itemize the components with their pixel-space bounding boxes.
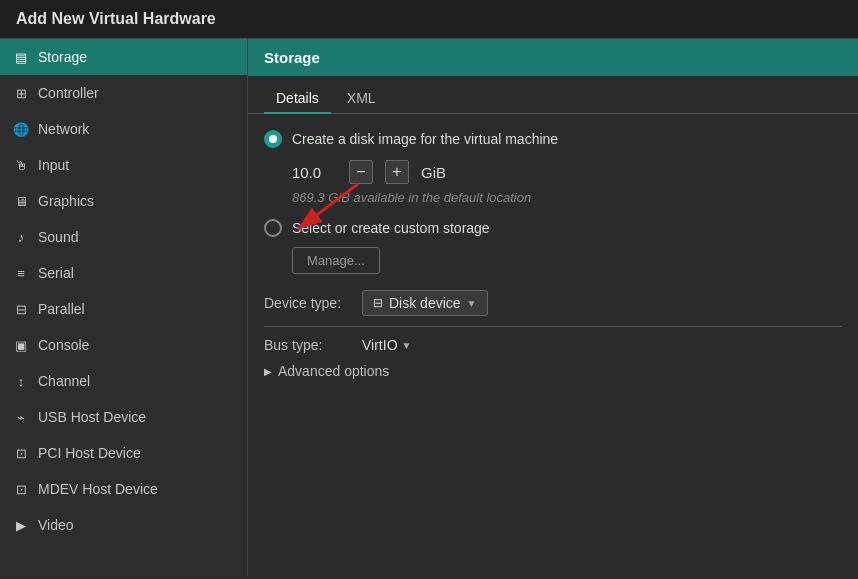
advanced-options-label: Advanced options: [278, 363, 389, 379]
bus-type-label: Bus type:: [264, 337, 354, 353]
disk-size-value: 10.0: [292, 164, 337, 181]
device-type-row: Device type: ⊟ Disk device ▼: [264, 290, 842, 316]
size-unit: GiB: [421, 164, 446, 181]
video-icon: ▶: [12, 516, 30, 534]
controller-icon: ⊞: [12, 84, 30, 102]
disk-icon: ⊟: [373, 296, 383, 310]
create-disk-label: Create a disk image for the virtual mach…: [292, 131, 558, 147]
network-icon: 🌐: [12, 120, 30, 138]
sidebar-item-sound[interactable]: ♪ Sound: [0, 219, 247, 255]
sidebar-item-label: Graphics: [38, 193, 94, 209]
chevron-right-icon: ▶: [264, 366, 272, 377]
decrease-size-button[interactable]: −: [349, 160, 373, 184]
sidebar-item-parallel[interactable]: ⊟ Parallel: [0, 291, 247, 327]
sidebar-item-label: Channel: [38, 373, 90, 389]
content-area: Storage Details XML Create a disk image …: [248, 39, 858, 576]
storage-icon: ▤: [12, 48, 30, 66]
chevron-down-icon: ▼: [402, 340, 412, 351]
disk-size-row: 10.0 − + GiB: [292, 160, 842, 184]
content-header: Storage: [248, 39, 858, 76]
sidebar-item-label: Controller: [38, 85, 99, 101]
sidebar-item-label: Input: [38, 157, 69, 173]
increase-size-button[interactable]: +: [385, 160, 409, 184]
sidebar-item-mdev-host-device[interactable]: ⊡ MDEV Host Device: [0, 471, 247, 507]
sidebar-item-network[interactable]: 🌐 Network: [0, 111, 247, 147]
sidebar-item-label: Serial: [38, 265, 74, 281]
chevron-down-icon: ▼: [467, 298, 477, 309]
sidebar-item-label: Storage: [38, 49, 87, 65]
sidebar-item-label: Parallel: [38, 301, 85, 317]
sidebar-item-channel[interactable]: ↕ Channel: [0, 363, 247, 399]
tab-details[interactable]: Details: [264, 84, 331, 114]
custom-storage-label: Select or create custom storage: [292, 220, 490, 236]
tab-bar: Details XML: [248, 76, 858, 114]
title-text: Add New Virtual Hardware: [16, 10, 216, 27]
available-text: 869.3 GiB available in the default locat…: [292, 190, 842, 205]
channel-icon: ↕: [12, 372, 30, 390]
sidebar-item-controller[interactable]: ⊞ Controller: [0, 75, 247, 111]
sidebar: ▤ Storage ⊞ Controller 🌐 Network 🖱 Input…: [0, 39, 248, 576]
sidebar-item-serial[interactable]: ≡ Serial: [0, 255, 247, 291]
title-bar: Add New Virtual Hardware: [0, 0, 858, 39]
advanced-options-toggle[interactable]: ▶ Advanced options: [264, 363, 842, 379]
graphics-icon: 🖥: [12, 192, 30, 210]
bus-type-row: Bus type: VirtIO ▼: [264, 337, 842, 353]
sound-icon: ♪: [12, 228, 30, 246]
sidebar-item-label: Console: [38, 337, 89, 353]
sidebar-item-video[interactable]: ▶ Video: [0, 507, 247, 543]
parallel-icon: ⊟: [12, 300, 30, 318]
sidebar-item-pci-host-device[interactable]: ⊡ PCI Host Device: [0, 435, 247, 471]
bus-type-value: VirtIO: [362, 337, 398, 353]
sidebar-item-label: USB Host Device: [38, 409, 146, 425]
device-type-label: Device type:: [264, 295, 354, 311]
device-type-value: Disk device: [389, 295, 461, 311]
custom-storage-option[interactable]: Select or create custom storage: [264, 219, 842, 237]
serial-icon: ≡: [12, 264, 30, 282]
custom-storage-radio[interactable]: [264, 219, 282, 237]
device-type-dropdown[interactable]: ⊟ Disk device ▼: [362, 290, 488, 316]
bus-type-dropdown[interactable]: VirtIO ▼: [362, 337, 411, 353]
sidebar-item-label: Network: [38, 121, 89, 137]
tab-xml[interactable]: XML: [335, 84, 388, 114]
console-icon: ▣: [12, 336, 30, 354]
mdev-icon: ⊡: [12, 480, 30, 498]
input-icon: 🖱: [12, 156, 30, 174]
sidebar-item-label: Video: [38, 517, 74, 533]
sidebar-item-label: MDEV Host Device: [38, 481, 158, 497]
create-disk-image-option[interactable]: Create a disk image for the virtual mach…: [264, 130, 842, 148]
create-disk-radio[interactable]: [264, 130, 282, 148]
sidebar-item-storage[interactable]: ▤ Storage: [0, 39, 247, 75]
sidebar-item-console[interactable]: ▣ Console: [0, 327, 247, 363]
sidebar-item-usb-host-device[interactable]: ⌁ USB Host Device: [0, 399, 247, 435]
sidebar-item-label: PCI Host Device: [38, 445, 141, 461]
manage-button[interactable]: Manage...: [292, 247, 380, 274]
sidebar-item-label: Sound: [38, 229, 78, 245]
usb-icon: ⌁: [12, 408, 30, 426]
pci-icon: ⊡: [12, 444, 30, 462]
sidebar-item-input[interactable]: 🖱 Input: [0, 147, 247, 183]
arrow-annotation: [278, 174, 378, 258]
content-body: Create a disk image for the virtual mach…: [248, 114, 858, 576]
separator: [264, 326, 842, 327]
sidebar-item-graphics[interactable]: 🖥 Graphics: [0, 183, 247, 219]
